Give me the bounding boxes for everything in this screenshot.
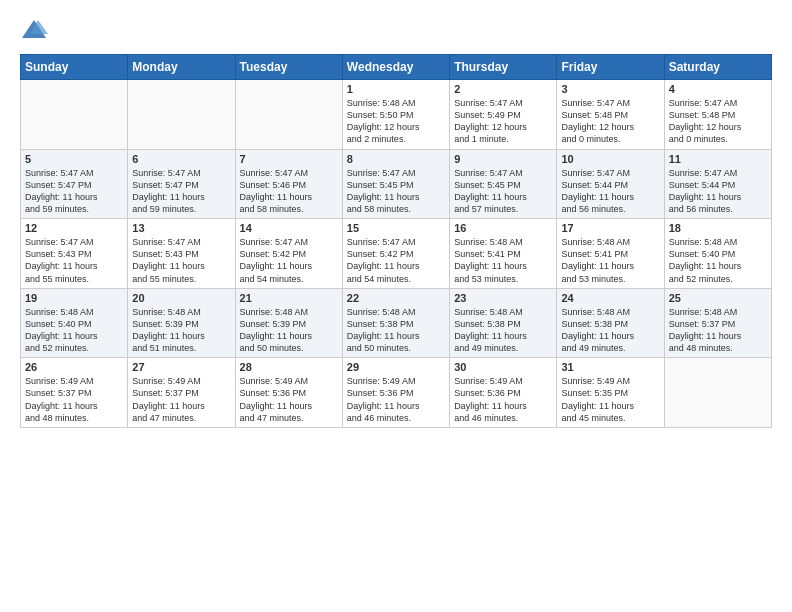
calendar-cell: 15Sunrise: 5:47 AM Sunset: 5:42 PM Dayli… <box>342 219 449 289</box>
day-number: 9 <box>454 153 552 165</box>
calendar-header-row: SundayMondayTuesdayWednesdayThursdayFrid… <box>21 55 772 80</box>
calendar-cell: 12Sunrise: 5:47 AM Sunset: 5:43 PM Dayli… <box>21 219 128 289</box>
day-number: 15 <box>347 222 445 234</box>
day-number: 30 <box>454 361 552 373</box>
day-number: 24 <box>561 292 659 304</box>
logo <box>20 16 52 44</box>
calendar-week-row: 26Sunrise: 5:49 AM Sunset: 5:37 PM Dayli… <box>21 358 772 428</box>
calendar-cell: 22Sunrise: 5:48 AM Sunset: 5:38 PM Dayli… <box>342 288 449 358</box>
day-info: Sunrise: 5:48 AM Sunset: 5:40 PM Dayligh… <box>25 306 123 355</box>
day-info: Sunrise: 5:47 AM Sunset: 5:48 PM Dayligh… <box>669 97 767 146</box>
day-number: 21 <box>240 292 338 304</box>
day-number: 17 <box>561 222 659 234</box>
calendar-cell: 2Sunrise: 5:47 AM Sunset: 5:49 PM Daylig… <box>450 80 557 150</box>
calendar-week-row: 5Sunrise: 5:47 AM Sunset: 5:47 PM Daylig… <box>21 149 772 219</box>
day-number: 31 <box>561 361 659 373</box>
calendar-week-row: 19Sunrise: 5:48 AM Sunset: 5:40 PM Dayli… <box>21 288 772 358</box>
day-number: 28 <box>240 361 338 373</box>
day-number: 8 <box>347 153 445 165</box>
weekday-header: Thursday <box>450 55 557 80</box>
day-number: 2 <box>454 83 552 95</box>
weekday-header: Monday <box>128 55 235 80</box>
day-info: Sunrise: 5:47 AM Sunset: 5:42 PM Dayligh… <box>240 236 338 285</box>
calendar-cell: 4Sunrise: 5:47 AM Sunset: 5:48 PM Daylig… <box>664 80 771 150</box>
calendar-cell <box>128 80 235 150</box>
calendar-cell: 7Sunrise: 5:47 AM Sunset: 5:46 PM Daylig… <box>235 149 342 219</box>
day-number: 7 <box>240 153 338 165</box>
day-number: 16 <box>454 222 552 234</box>
calendar-cell: 26Sunrise: 5:49 AM Sunset: 5:37 PM Dayli… <box>21 358 128 428</box>
calendar-week-row: 12Sunrise: 5:47 AM Sunset: 5:43 PM Dayli… <box>21 219 772 289</box>
day-number: 13 <box>132 222 230 234</box>
day-info: Sunrise: 5:48 AM Sunset: 5:50 PM Dayligh… <box>347 97 445 146</box>
day-info: Sunrise: 5:47 AM Sunset: 5:42 PM Dayligh… <box>347 236 445 285</box>
calendar-cell: 16Sunrise: 5:48 AM Sunset: 5:41 PM Dayli… <box>450 219 557 289</box>
calendar-cell: 23Sunrise: 5:48 AM Sunset: 5:38 PM Dayli… <box>450 288 557 358</box>
day-info: Sunrise: 5:47 AM Sunset: 5:49 PM Dayligh… <box>454 97 552 146</box>
calendar-cell: 19Sunrise: 5:48 AM Sunset: 5:40 PM Dayli… <box>21 288 128 358</box>
day-number: 10 <box>561 153 659 165</box>
day-info: Sunrise: 5:49 AM Sunset: 5:36 PM Dayligh… <box>240 375 338 424</box>
weekday-header: Sunday <box>21 55 128 80</box>
weekday-header: Wednesday <box>342 55 449 80</box>
day-number: 26 <box>25 361 123 373</box>
calendar-cell: 27Sunrise: 5:49 AM Sunset: 5:37 PM Dayli… <box>128 358 235 428</box>
day-number: 22 <box>347 292 445 304</box>
day-info: Sunrise: 5:49 AM Sunset: 5:36 PM Dayligh… <box>347 375 445 424</box>
day-info: Sunrise: 5:48 AM Sunset: 5:38 PM Dayligh… <box>347 306 445 355</box>
day-number: 4 <box>669 83 767 95</box>
calendar-week-row: 1Sunrise: 5:48 AM Sunset: 5:50 PM Daylig… <box>21 80 772 150</box>
calendar-cell: 29Sunrise: 5:49 AM Sunset: 5:36 PM Dayli… <box>342 358 449 428</box>
calendar-cell: 20Sunrise: 5:48 AM Sunset: 5:39 PM Dayli… <box>128 288 235 358</box>
calendar-cell: 10Sunrise: 5:47 AM Sunset: 5:44 PM Dayli… <box>557 149 664 219</box>
day-number: 3 <box>561 83 659 95</box>
day-info: Sunrise: 5:49 AM Sunset: 5:37 PM Dayligh… <box>132 375 230 424</box>
day-info: Sunrise: 5:47 AM Sunset: 5:48 PM Dayligh… <box>561 97 659 146</box>
calendar-cell: 8Sunrise: 5:47 AM Sunset: 5:45 PM Daylig… <box>342 149 449 219</box>
logo-icon <box>20 16 48 44</box>
day-number: 23 <box>454 292 552 304</box>
day-info: Sunrise: 5:47 AM Sunset: 5:43 PM Dayligh… <box>132 236 230 285</box>
calendar-cell: 6Sunrise: 5:47 AM Sunset: 5:47 PM Daylig… <box>128 149 235 219</box>
day-info: Sunrise: 5:48 AM Sunset: 5:37 PM Dayligh… <box>669 306 767 355</box>
day-info: Sunrise: 5:47 AM Sunset: 5:46 PM Dayligh… <box>240 167 338 216</box>
calendar-cell: 14Sunrise: 5:47 AM Sunset: 5:42 PM Dayli… <box>235 219 342 289</box>
day-info: Sunrise: 5:48 AM Sunset: 5:39 PM Dayligh… <box>240 306 338 355</box>
calendar-cell <box>235 80 342 150</box>
calendar-cell: 1Sunrise: 5:48 AM Sunset: 5:50 PM Daylig… <box>342 80 449 150</box>
page: SundayMondayTuesdayWednesdayThursdayFrid… <box>0 0 792 612</box>
day-info: Sunrise: 5:47 AM Sunset: 5:43 PM Dayligh… <box>25 236 123 285</box>
day-info: Sunrise: 5:49 AM Sunset: 5:37 PM Dayligh… <box>25 375 123 424</box>
day-number: 6 <box>132 153 230 165</box>
calendar-cell <box>21 80 128 150</box>
calendar-cell: 9Sunrise: 5:47 AM Sunset: 5:45 PM Daylig… <box>450 149 557 219</box>
day-info: Sunrise: 5:48 AM Sunset: 5:41 PM Dayligh… <box>454 236 552 285</box>
day-number: 19 <box>25 292 123 304</box>
day-number: 20 <box>132 292 230 304</box>
day-info: Sunrise: 5:47 AM Sunset: 5:47 PM Dayligh… <box>25 167 123 216</box>
calendar-cell: 3Sunrise: 5:47 AM Sunset: 5:48 PM Daylig… <box>557 80 664 150</box>
calendar-cell <box>664 358 771 428</box>
calendar-cell: 21Sunrise: 5:48 AM Sunset: 5:39 PM Dayli… <box>235 288 342 358</box>
day-info: Sunrise: 5:47 AM Sunset: 5:44 PM Dayligh… <box>669 167 767 216</box>
day-info: Sunrise: 5:48 AM Sunset: 5:39 PM Dayligh… <box>132 306 230 355</box>
day-number: 29 <box>347 361 445 373</box>
day-info: Sunrise: 5:49 AM Sunset: 5:36 PM Dayligh… <box>454 375 552 424</box>
day-number: 14 <box>240 222 338 234</box>
calendar-table: SundayMondayTuesdayWednesdayThursdayFrid… <box>20 54 772 428</box>
calendar-cell: 11Sunrise: 5:47 AM Sunset: 5:44 PM Dayli… <box>664 149 771 219</box>
weekday-header: Saturday <box>664 55 771 80</box>
calendar-cell: 18Sunrise: 5:48 AM Sunset: 5:40 PM Dayli… <box>664 219 771 289</box>
day-info: Sunrise: 5:49 AM Sunset: 5:35 PM Dayligh… <box>561 375 659 424</box>
calendar-cell: 28Sunrise: 5:49 AM Sunset: 5:36 PM Dayli… <box>235 358 342 428</box>
day-number: 5 <box>25 153 123 165</box>
day-info: Sunrise: 5:48 AM Sunset: 5:41 PM Dayligh… <box>561 236 659 285</box>
calendar-cell: 25Sunrise: 5:48 AM Sunset: 5:37 PM Dayli… <box>664 288 771 358</box>
weekday-header: Tuesday <box>235 55 342 80</box>
day-number: 11 <box>669 153 767 165</box>
day-number: 12 <box>25 222 123 234</box>
day-number: 1 <box>347 83 445 95</box>
day-info: Sunrise: 5:48 AM Sunset: 5:38 PM Dayligh… <box>454 306 552 355</box>
weekday-header: Friday <box>557 55 664 80</box>
day-info: Sunrise: 5:48 AM Sunset: 5:38 PM Dayligh… <box>561 306 659 355</box>
